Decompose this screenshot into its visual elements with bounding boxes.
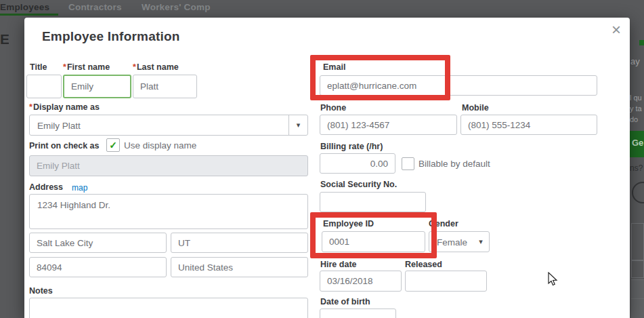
chevron-down-icon[interactable]: ▾: [288, 115, 307, 135]
city-input[interactable]: [29, 233, 167, 253]
green-button-fragment[interactable]: Ge: [630, 131, 644, 157]
sliver-text: y ta: [630, 104, 642, 113]
sliver-question-text: ns?: [630, 163, 643, 173]
display-name-value: Emily Platt: [37, 120, 81, 130]
first-name-input[interactable]: [63, 75, 131, 98]
mouse-cursor-icon: [548, 272, 559, 287]
employee-information-modal: Employee Information × Title *First name…: [24, 18, 630, 318]
page-heading-fragment: Em: [0, 31, 9, 47]
use-display-name-checkbox[interactable]: ✓: [106, 138, 120, 152]
last-name-label-text: Last name: [137, 62, 179, 72]
display-name-label: *Display name as: [29, 102, 100, 112]
required-marker: *: [133, 62, 136, 72]
mobile-input[interactable]: [460, 115, 597, 135]
zip-input[interactable]: [29, 257, 167, 277]
required-marker: *: [29, 102, 33, 112]
modal-title: Employee Information: [42, 29, 180, 44]
state-input[interactable]: [171, 233, 308, 253]
title-label: Title: [30, 62, 47, 72]
tab-workers-comp[interactable]: Workers' Comp: [142, 2, 211, 12]
gender-select[interactable]: Female ▾: [429, 231, 490, 252]
map-link[interactable]: map: [72, 183, 87, 193]
display-name-label-text: Display name as: [33, 102, 100, 112]
hire-date-label: Hire date: [320, 260, 357, 269]
check-icon: ✓: [109, 140, 117, 150]
print-on-check-label: Print on check as: [29, 141, 100, 151]
display-name-select[interactable]: Emily Platt ▾: [29, 115, 308, 136]
green-button-label: Ge: [632, 138, 643, 148]
ssn-input[interactable]: [320, 192, 426, 212]
billing-rate-label: Billing rate (/hr): [320, 142, 383, 151]
first-name-label-text: First name: [67, 62, 110, 72]
dob-input[interactable]: [320, 309, 396, 318]
last-name-input[interactable]: [133, 75, 197, 98]
last-name-label: *Last name: [133, 62, 179, 72]
sliver-text: l qu: [630, 94, 642, 102]
background-panel-fragment: [631, 260, 644, 278]
required-marker: *: [63, 62, 66, 72]
background-panel-fragment: [631, 223, 644, 260]
notes-label: Notes: [29, 286, 53, 296]
sliver-text: ay: [630, 56, 640, 66]
mobile-label: Mobile: [462, 103, 489, 113]
employee-id-annotation-box: [310, 212, 437, 258]
phone-label: Phone: [320, 103, 346, 113]
released-input[interactable]: [405, 271, 487, 292]
ssn-label: Social Security No.: [320, 180, 397, 189]
country-input[interactable]: [171, 257, 308, 277]
hire-date-input[interactable]: [320, 271, 402, 292]
green-banner-fragment: [639, 40, 644, 45]
gender-value: Female: [437, 237, 467, 247]
address-label: Address: [29, 182, 63, 192]
background-table-divider: [631, 298, 644, 299]
dob-label: Date of birth: [320, 297, 370, 306]
use-display-name-text: Use display name: [124, 140, 196, 151]
tab-contractors[interactable]: Contractors: [68, 2, 122, 12]
released-label: Released: [405, 260, 442, 269]
billable-checkbox[interactable]: [402, 157, 414, 170]
print-name-input: [29, 155, 308, 176]
billing-rate-input[interactable]: [320, 153, 395, 174]
notes-input[interactable]: [29, 298, 308, 318]
email-annotation-box: [310, 55, 450, 100]
title-input[interactable]: [26, 75, 62, 98]
sliver-text: do: [630, 115, 638, 123]
phone-input[interactable]: [320, 115, 457, 135]
screen: Employees Contractors Workers' Comp Em a…: [0, 0, 644, 318]
close-icon[interactable]: ×: [607, 20, 626, 39]
billable-label: Billable by default: [418, 159, 490, 169]
chevron-down-icon[interactable]: ▾: [473, 232, 489, 252]
help-bubble-icon: [632, 182, 644, 203]
street-input[interactable]: 1234 Highland Dr.: [29, 194, 308, 229]
tab-employees[interactable]: Employees: [0, 2, 49, 12]
first-name-label: *First name: [63, 62, 110, 72]
active-tab-underline: [0, 14, 58, 16]
